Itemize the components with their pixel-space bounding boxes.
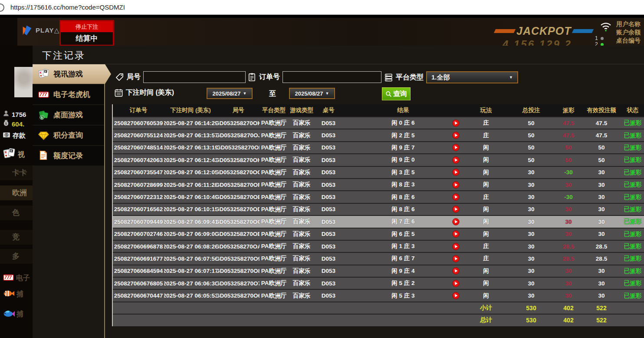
date-to-value: 2025/08/27 [295, 90, 323, 97]
cell-valid_bet: 30 [582, 179, 621, 190]
replay-video-button[interactable] [447, 290, 464, 301]
user-avatar[interactable] [14, 67, 33, 97]
table-row[interactable]: 2508270607605392025-08-27 06:14:29GD0532… [113, 116, 644, 129]
subtotal-order_no [113, 302, 164, 314]
table-row[interactable]: 2508270607355472025-08-27 06:12:05GD0532… [113, 166, 644, 178]
table-row[interactable]: 2508270606916772025-08-27 06:07:56GD0532… [113, 252, 644, 264]
menu-item-table-games[interactable]: $桌面游戏 [33, 105, 105, 125]
cell-order_no: 250827060709449 [113, 216, 164, 227]
table-row[interactable]: 2508270607094492025-08-27 06:09:41GD0532… [113, 215, 644, 227]
cell-result: 闲 8 庄 6 [342, 191, 447, 202]
table-row[interactable]: 2508270607420632025-08-27 06:12:43GD0532… [113, 153, 644, 166]
replay-video-button[interactable] [447, 191, 464, 202]
cell-table_no: D053 [315, 204, 342, 215]
order-filter: 订单号 [247, 71, 381, 83]
grand-total-round_no [217, 315, 260, 326]
cell-bet_time: 2025-08-27 06:09:41 [164, 216, 217, 227]
cell-total_bet: 30 [508, 241, 555, 252]
col-header-game_type: 游戏类型 [288, 104, 315, 116]
cell-order_no: 250827060684594 [113, 265, 164, 277]
cell-game_type: 百家乐 [288, 229, 315, 240]
browser-address-bar[interactable]: https://175616.cc/home?code=QSDMZI [0, 0, 644, 15]
table-row[interactable]: 2508270607027462025-08-27 06:09:00GD0532… [113, 228, 644, 240]
cell-valid_bet: 30 [582, 265, 621, 277]
subtotal-status [621, 302, 644, 314]
cell-order_no: 250827060676805 [113, 278, 164, 289]
lobby-tab[interactable]: 色 [0, 205, 33, 220]
cell-result: 闲 9 庄 0 [342, 154, 447, 166]
col-header-video [447, 104, 464, 116]
account-info-labels: 用户名称 账户余额 桌台编号 [616, 20, 641, 45]
table-row[interactable]: 2508270606704472025-08-27 06:05:53GD0532… [113, 289, 644, 301]
lobby-tab[interactable]: 竞 [0, 230, 33, 245]
cell-order_no: 250827060670447 [113, 290, 164, 301]
table-row[interactable]: 2508270607551242025-08-27 06:13:57GD0532… [113, 129, 644, 141]
modal-content: 局号 订单号 平台类型 1.全部 ▼ 下注时间 (美东) 2025/08/27 … [112, 64, 644, 338]
cell-order_no: 250827060755124 [113, 129, 164, 141]
platform-select[interactable]: 1.全部 ▼ [426, 71, 518, 83]
menu-item-quota-records[interactable]: 额度记录 [33, 146, 105, 166]
replay-video-button[interactable] [447, 154, 464, 166]
replay-video-button[interactable] [447, 167, 464, 178]
cell-round_no: GD053258270OA [217, 241, 260, 252]
cell-order_no: 250827060735547 [113, 167, 164, 178]
cell-order_no: 250827060696878 [113, 241, 164, 252]
grand-total-bet_time [164, 315, 217, 326]
video-row[interactable]: K♥9 视 [3, 147, 25, 162]
date-from-select[interactable]: 2025/08/27 ▼ [207, 88, 253, 99]
wifi-icon [599, 21, 612, 33]
cell-result: 闲 6 庄 5 [342, 229, 447, 240]
cell-platform: PA欧洲厅 [260, 154, 288, 166]
replay-video-button[interactable] [447, 117, 464, 129]
cell-payout: 30 [555, 204, 582, 215]
cell-status: 已派彩 [621, 191, 644, 202]
cell-play: 闲 [464, 179, 508, 190]
cell-round_no: GD053258270OE [217, 191, 260, 202]
lobby-game-item[interactable]: 捕 [3, 289, 23, 300]
lobby-tab[interactable]: 多 [0, 249, 33, 264]
table-row[interactable]: 2508270607165622025-08-27 06:10:15GD0532… [113, 203, 644, 215]
lobby-tab[interactable]: 欧洲 [0, 186, 33, 200]
date-to-select[interactable]: 2025/08/27 ▼ [289, 88, 335, 99]
replay-video-button[interactable] [447, 179, 464, 190]
table-row[interactable]: 2508270606968782025-08-27 06:08:26GD0532… [113, 240, 644, 252]
menu-item-video-games[interactable]: K♥9视讯游戏 [33, 64, 111, 84]
reload-icon[interactable] [0, 3, 4, 12]
table-row[interactable]: 2508270607485142025-08-27 06:13:19GD0532… [113, 141, 644, 153]
replay-video-button[interactable] [447, 142, 464, 153]
cell-valid_bet: 50 [582, 154, 621, 166]
replay-video-button[interactable] [447, 265, 464, 277]
round-input[interactable] [143, 71, 246, 83]
menu-item-slot-machines[interactable]: 777电子老虎机 [33, 85, 105, 104]
user-id-row: 1756 [3, 110, 26, 119]
cell-play: 闲 [464, 154, 508, 166]
lobby-tab-label: 多 [12, 252, 20, 260]
lobby-tab-label: 竞 [12, 233, 20, 241]
table-row[interactable]: 2508270606845942025-08-27 06:07:17GD0532… [113, 265, 644, 277]
menu-item-points-inquiry[interactable]: 积分查询 [33, 126, 105, 145]
cell-platform: PA欧洲厅 [260, 265, 288, 277]
table-row[interactable]: 2508270606768052025-08-27 06:06:30GD0532… [113, 277, 644, 289]
replay-video-button[interactable] [447, 278, 464, 289]
replay-video-button[interactable] [447, 216, 464, 227]
table-row[interactable]: 2508270607223122025-08-27 06:10:49GD0532… [113, 190, 644, 202]
diamond-icon [38, 129, 49, 141]
cell-play: 庄 [464, 253, 508, 264]
col-header-platform: 平台类型 [260, 104, 288, 116]
person-icon [3, 110, 10, 119]
table-row[interactable]: 2508270607286992025-08-27 06:11:28GD0532… [113, 178, 644, 190]
lobby-game-item[interactable]: 捕 [3, 309, 23, 320]
replay-video-button[interactable] [447, 241, 464, 252]
search-button[interactable]: 查询 [382, 87, 411, 100]
lobby-tab[interactable]: 卡卡 [0, 166, 33, 180]
lobby-game-item[interactable]: 777电子 [3, 272, 30, 285]
replay-video-button[interactable] [447, 129, 464, 141]
replay-video-button[interactable] [447, 204, 464, 215]
deposit-row[interactable]: $ 存款 [3, 132, 26, 140]
cell-order_no: 250827060702746 [113, 229, 164, 240]
cell-total_bet: 50 [508, 154, 555, 166]
replay-video-button[interactable] [447, 229, 464, 240]
replay-video-button[interactable] [447, 253, 464, 264]
order-input[interactable] [283, 71, 381, 83]
bluefish-icon [3, 309, 15, 320]
